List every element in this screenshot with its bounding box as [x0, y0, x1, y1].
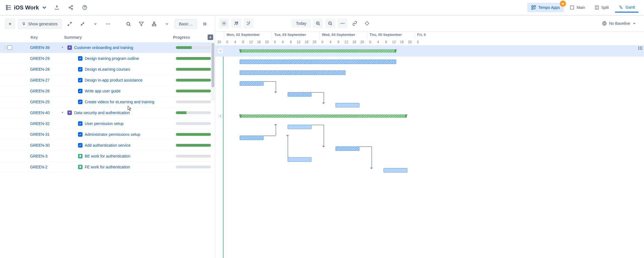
- gantt-row[interactable]: [215, 89, 644, 100]
- show-generators-button[interactable]: Show generators: [18, 19, 62, 29]
- today-button[interactable]: Today: [291, 19, 311, 28]
- issue-key[interactable]: GREEN-25: [30, 100, 61, 104]
- col-header-summary[interactable]: Summary: [64, 35, 173, 40]
- gantt-bar[interactable]: [288, 157, 312, 162]
- row-checkbox[interactable]: [8, 89, 15, 93]
- expand-button[interactable]: [65, 19, 75, 29]
- issue-key[interactable]: GREEN-2: [30, 165, 61, 169]
- table-row[interactable]: GREEN-30 Add authentication service: [0, 140, 215, 151]
- issue-summary[interactable]: BE work for authentication: [85, 154, 130, 158]
- gantt-bar[interactable]: [240, 114, 407, 118]
- gantt-bar[interactable]: [240, 70, 346, 75]
- gantt-row[interactable]: [215, 143, 644, 154]
- table-row[interactable]: GREEN-27 Design in-app product assistanc…: [0, 75, 215, 86]
- expand-caret[interactable]: [61, 110, 65, 115]
- issue-key[interactable]: GREEN-39: [30, 45, 61, 50]
- search-button[interactable]: [123, 19, 133, 29]
- gantt-collapse-button[interactable]: [218, 48, 223, 53]
- dependencies-button[interactable]: [350, 18, 360, 28]
- issue-key[interactable]: GREEN-3: [30, 154, 61, 158]
- milestones-button[interactable]: [362, 18, 372, 28]
- view-main-button[interactable]: Main: [567, 3, 588, 12]
- issue-summary[interactable]: User permission setup: [85, 121, 123, 126]
- table-row[interactable]: GREEN-2 FE work for authentication: [0, 162, 215, 173]
- gantt-bar[interactable]: [240, 49, 396, 53]
- issue-key[interactable]: GREEN-31: [30, 132, 61, 137]
- basic-filter-button[interactable]: Basic ...: [175, 19, 197, 29]
- drag-handle[interactable]: [4, 45, 8, 50]
- issue-summary[interactable]: Write app user guide: [85, 89, 121, 93]
- gantt-row[interactable]: [215, 67, 644, 78]
- issue-summary[interactable]: Design eLearning courses: [85, 67, 130, 72]
- issue-key[interactable]: GREEN-32: [30, 121, 61, 126]
- gantt-collapse-button[interactable]: [218, 114, 223, 119]
- gantt-bar[interactable]: [288, 92, 312, 97]
- gantt-settings-button[interactable]: [219, 18, 229, 28]
- table-row[interactable]: GREEN-32 User permission setup: [0, 118, 215, 129]
- table-row[interactable]: GREEN-40 Data security and authenticatio…: [0, 107, 215, 118]
- issue-summary[interactable]: Data security and authentication: [74, 110, 130, 115]
- zoom-in-button[interactable]: [313, 18, 323, 28]
- issue-summary[interactable]: Administrator permissions setup: [85, 132, 140, 137]
- add-column-button[interactable]: +: [208, 35, 213, 40]
- gantt-bar[interactable]: [240, 136, 264, 140]
- add-row-button[interactable]: [5, 19, 15, 29]
- table-row[interactable]: GREEN-31 Administrator permissions setup: [0, 129, 215, 140]
- table-row[interactable]: GREEN-28 Design eLearning courses: [0, 64, 215, 75]
- issue-key[interactable]: GREEN-29: [30, 56, 61, 61]
- row-checkbox[interactable]: [8, 121, 15, 126]
- gantt-row[interactable]: [215, 100, 644, 111]
- gantt-bar[interactable]: [240, 81, 264, 86]
- zoom-out-button[interactable]: [325, 18, 335, 28]
- issue-summary[interactable]: Design training program outline: [85, 56, 139, 61]
- gantt-row[interactable]: [215, 56, 644, 67]
- table-row[interactable]: GREEN-25 Create videos for eLearning and…: [0, 97, 215, 107]
- table-row[interactable]: GREEN-26 Write app user guide: [0, 86, 215, 97]
- table-row[interactable]: GREEN-39 Customer onboarding and trainin…: [0, 42, 215, 53]
- row-checkbox[interactable]: [8, 132, 15, 137]
- expand-caret[interactable]: [61, 45, 65, 50]
- row-checkbox[interactable]: [8, 154, 15, 158]
- row-checkbox[interactable]: [8, 78, 15, 82]
- view-gantt-button[interactable]: Gantt: [615, 3, 638, 13]
- row-checkbox[interactable]: [8, 143, 15, 148]
- baseline-selector[interactable]: No Baseline: [598, 19, 640, 28]
- gantt-row[interactable]: [215, 78, 644, 89]
- gantt-bar[interactable]: [336, 103, 359, 107]
- gantt-resources-button[interactable]: [231, 18, 241, 28]
- columns-button[interactable]: [200, 19, 210, 29]
- gantt-row[interactable]: [215, 46, 644, 56]
- gantt-bar[interactable]: [336, 146, 359, 151]
- gantt-row[interactable]: [215, 154, 644, 165]
- row-checkbox[interactable]: [8, 56, 15, 61]
- issue-key[interactable]: GREEN-28: [30, 67, 61, 72]
- gantt-more-button[interactable]: [337, 18, 347, 28]
- more-button[interactable]: [103, 19, 113, 29]
- row-checkbox[interactable]: [8, 67, 15, 72]
- gantt-row[interactable]: [215, 132, 644, 143]
- gantt-row[interactable]: [215, 165, 644, 176]
- gantt-baseline-button[interactable]: [244, 18, 254, 28]
- table-row[interactable]: GREEN-29 Design training program outline: [0, 53, 215, 64]
- issue-summary[interactable]: FE work for authentication: [85, 165, 130, 169]
- project-selector[interactable]: iOS Work: [6, 4, 47, 11]
- tempo-apps-button[interactable]: Tempo Apps: [527, 3, 564, 12]
- table-row[interactable]: GREEN-3 BE work for authentication: [0, 151, 215, 162]
- row-checkbox[interactable]: [8, 100, 15, 104]
- collapse-button[interactable]: [77, 19, 88, 29]
- gantt-bar[interactable]: [383, 168, 407, 173]
- toolbar-chevron-button[interactable]: [90, 19, 100, 29]
- toolbar-dropdown-button[interactable]: [162, 19, 172, 29]
- gantt-bar[interactable]: [288, 125, 312, 129]
- issue-summary[interactable]: Add authentication service: [85, 143, 130, 148]
- export-button[interactable]: [52, 3, 61, 12]
- list-toggle-button[interactable]: [638, 46, 643, 51]
- view-split-button[interactable]: Split: [591, 3, 612, 12]
- row-checkbox[interactable]: [8, 110, 15, 115]
- issue-key[interactable]: GREEN-30: [30, 143, 61, 148]
- gantt-row[interactable]: [215, 122, 644, 132]
- issue-summary[interactable]: Create videos for eLearning and training: [85, 100, 154, 104]
- issue-summary[interactable]: Design in-app product assistance: [85, 78, 142, 82]
- help-button[interactable]: [80, 3, 89, 12]
- gantt-bar[interactable]: [240, 60, 396, 64]
